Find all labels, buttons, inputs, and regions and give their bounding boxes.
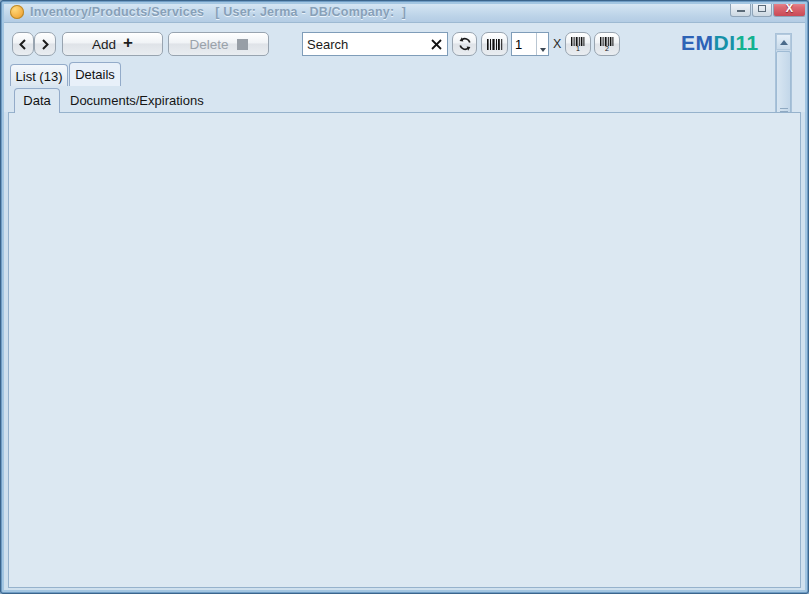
search-box [302, 32, 448, 56]
delete-button[interactable]: Delete [168, 32, 269, 56]
tab-list[interactable]: List (13) [10, 64, 68, 86]
add-button[interactable]: Add + [62, 32, 163, 56]
barcode-2-number: 2 [605, 47, 609, 51]
app-icon [10, 5, 24, 19]
barcode-print-2-button[interactable]: 2 [594, 32, 620, 56]
barcode-icon [487, 39, 503, 50]
tab-data[interactable]: Data [14, 88, 60, 113]
add-button-label: Add [92, 37, 116, 52]
delete-button-label: Delete [189, 37, 228, 52]
clear-search-icon[interactable] [428, 36, 444, 52]
window-title: Inventory/Products/Services [ User: Jerm… [30, 5, 406, 19]
logo-part-1: EM [681, 31, 714, 54]
refresh-icon [457, 36, 473, 52]
maximize-icon [758, 5, 766, 12]
barcode-button[interactable] [481, 32, 508, 56]
close-icon: X [786, 3, 793, 14]
minimize-icon [737, 10, 745, 12]
trash-icon [237, 39, 248, 50]
minimize-button[interactable] [730, 0, 751, 17]
spin-down-button[interactable] [537, 44, 548, 55]
tab-list-label: List (13) [16, 69, 63, 84]
nav-forward-button[interactable] [34, 32, 56, 56]
logo-part-2: DI [714, 31, 736, 54]
title-bar: Inventory/Products/Services [ User: Jerm… [2, 2, 807, 23]
chevron-right-icon [40, 38, 50, 51]
refresh-button[interactable] [452, 32, 477, 56]
chevron-left-icon [18, 38, 28, 51]
nav-back-button[interactable] [12, 32, 34, 56]
app-window: Inventory/Products/Services [ User: Jerm… [0, 0, 809, 594]
tab-documents-expirations[interactable]: Documents/Expirations [70, 93, 204, 108]
barcode-print-1-button[interactable]: 1 [565, 32, 591, 56]
times-label: X [553, 37, 561, 51]
maximize-button[interactable] [752, 0, 772, 17]
copies-input[interactable] [512, 33, 536, 55]
tab-details[interactable]: Details [69, 62, 121, 86]
emdi-logo: EMDI11 [681, 31, 759, 55]
spin-up-button[interactable] [537, 33, 548, 44]
logo-part-3: 11 [736, 31, 759, 54]
tab-data-label: Data [23, 93, 50, 108]
scroll-up-button[interactable] [776, 34, 791, 50]
arrow-up-icon [780, 40, 788, 45]
barcode-1-number: 1 [576, 47, 580, 51]
tab-details-label: Details [75, 67, 115, 82]
data-panel [8, 112, 801, 588]
search-input[interactable] [303, 33, 425, 55]
close-button[interactable]: X [773, 0, 806, 17]
copies-spinner [511, 32, 549, 56]
spin-down-icon [540, 48, 546, 52]
plus-icon: + [123, 33, 133, 53]
